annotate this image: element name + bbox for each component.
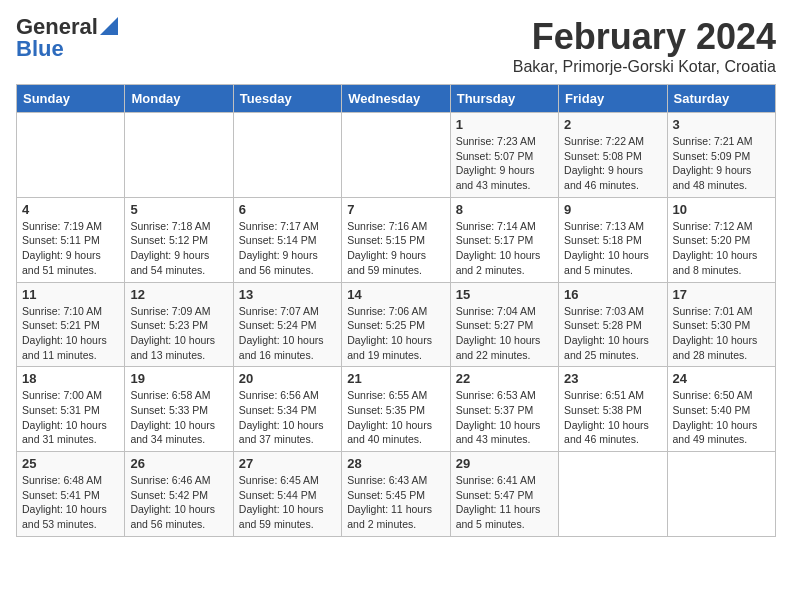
calendar-cell: 9Sunrise: 7:13 AMSunset: 5:18 PMDaylight… <box>559 197 667 282</box>
calendar-cell: 20Sunrise: 6:56 AMSunset: 5:34 PMDayligh… <box>233 367 341 452</box>
cell-day-number: 23 <box>564 371 661 386</box>
cell-day-number: 1 <box>456 117 553 132</box>
cell-info: Sunrise: 6:55 AMSunset: 5:35 PMDaylight:… <box>347 388 444 447</box>
cell-day-number: 11 <box>22 287 119 302</box>
cell-day-number: 6 <box>239 202 336 217</box>
logo-general-text: General <box>16 16 98 38</box>
cell-day-number: 17 <box>673 287 770 302</box>
calendar-table: Sunday Monday Tuesday Wednesday Thursday… <box>16 84 776 537</box>
cell-day-number: 27 <box>239 456 336 471</box>
calendar-body: 1Sunrise: 7:23 AMSunset: 5:07 PMDaylight… <box>17 113 776 537</box>
cell-day-number: 10 <box>673 202 770 217</box>
cell-day-number: 3 <box>673 117 770 132</box>
calendar-cell: 13Sunrise: 7:07 AMSunset: 5:24 PMDayligh… <box>233 282 341 367</box>
cell-info: Sunrise: 7:19 AMSunset: 5:11 PMDaylight:… <box>22 219 119 278</box>
header-friday: Friday <box>559 85 667 113</box>
cell-info: Sunrise: 7:22 AMSunset: 5:08 PMDaylight:… <box>564 134 661 193</box>
cell-info: Sunrise: 6:53 AMSunset: 5:37 PMDaylight:… <box>456 388 553 447</box>
page-header: General Blue February 2024 Bakar, Primor… <box>16 16 776 76</box>
calendar-cell: 8Sunrise: 7:14 AMSunset: 5:17 PMDaylight… <box>450 197 558 282</box>
calendar-cell: 19Sunrise: 6:58 AMSunset: 5:33 PMDayligh… <box>125 367 233 452</box>
calendar-cell: 17Sunrise: 7:01 AMSunset: 5:30 PMDayligh… <box>667 282 775 367</box>
title-area: February 2024 Bakar, Primorje-Gorski Kot… <box>513 16 776 76</box>
calendar-cell: 27Sunrise: 6:45 AMSunset: 5:44 PMDayligh… <box>233 452 341 537</box>
calendar-cell: 25Sunrise: 6:48 AMSunset: 5:41 PMDayligh… <box>17 452 125 537</box>
cell-info: Sunrise: 6:43 AMSunset: 5:45 PMDaylight:… <box>347 473 444 532</box>
cell-day-number: 22 <box>456 371 553 386</box>
cell-info: Sunrise: 6:50 AMSunset: 5:40 PMDaylight:… <box>673 388 770 447</box>
cell-day-number: 26 <box>130 456 227 471</box>
calendar-cell: 22Sunrise: 6:53 AMSunset: 5:37 PMDayligh… <box>450 367 558 452</box>
calendar-cell: 3Sunrise: 7:21 AMSunset: 5:09 PMDaylight… <box>667 113 775 198</box>
cell-day-number: 9 <box>564 202 661 217</box>
cell-info: Sunrise: 7:09 AMSunset: 5:23 PMDaylight:… <box>130 304 227 363</box>
calendar-cell <box>559 452 667 537</box>
cell-day-number: 14 <box>347 287 444 302</box>
cell-info: Sunrise: 6:48 AMSunset: 5:41 PMDaylight:… <box>22 473 119 532</box>
cell-day-number: 5 <box>130 202 227 217</box>
cell-day-number: 29 <box>456 456 553 471</box>
cell-day-number: 28 <box>347 456 444 471</box>
calendar-cell: 28Sunrise: 6:43 AMSunset: 5:45 PMDayligh… <box>342 452 450 537</box>
cell-info: Sunrise: 7:06 AMSunset: 5:25 PMDaylight:… <box>347 304 444 363</box>
calendar-week-4: 18Sunrise: 7:00 AMSunset: 5:31 PMDayligh… <box>17 367 776 452</box>
calendar-cell: 24Sunrise: 6:50 AMSunset: 5:40 PMDayligh… <box>667 367 775 452</box>
month-title: February 2024 <box>513 16 776 58</box>
calendar-week-5: 25Sunrise: 6:48 AMSunset: 5:41 PMDayligh… <box>17 452 776 537</box>
cell-day-number: 20 <box>239 371 336 386</box>
cell-info: Sunrise: 7:01 AMSunset: 5:30 PMDaylight:… <box>673 304 770 363</box>
cell-day-number: 4 <box>22 202 119 217</box>
logo: General Blue <box>16 16 118 60</box>
cell-day-number: 8 <box>456 202 553 217</box>
cell-day-number: 21 <box>347 371 444 386</box>
cell-info: Sunrise: 6:58 AMSunset: 5:33 PMDaylight:… <box>130 388 227 447</box>
calendar-week-1: 1Sunrise: 7:23 AMSunset: 5:07 PMDaylight… <box>17 113 776 198</box>
header-wednesday: Wednesday <box>342 85 450 113</box>
cell-info: Sunrise: 7:04 AMSunset: 5:27 PMDaylight:… <box>456 304 553 363</box>
cell-info: Sunrise: 7:18 AMSunset: 5:12 PMDaylight:… <box>130 219 227 278</box>
cell-info: Sunrise: 7:10 AMSunset: 5:21 PMDaylight:… <box>22 304 119 363</box>
calendar-cell <box>233 113 341 198</box>
cell-info: Sunrise: 7:14 AMSunset: 5:17 PMDaylight:… <box>456 219 553 278</box>
calendar-cell: 23Sunrise: 6:51 AMSunset: 5:38 PMDayligh… <box>559 367 667 452</box>
location-title: Bakar, Primorje-Gorski Kotar, Croatia <box>513 58 776 76</box>
cell-info: Sunrise: 6:41 AMSunset: 5:47 PMDaylight:… <box>456 473 553 532</box>
calendar-cell <box>17 113 125 198</box>
calendar-cell: 1Sunrise: 7:23 AMSunset: 5:07 PMDaylight… <box>450 113 558 198</box>
calendar-cell: 11Sunrise: 7:10 AMSunset: 5:21 PMDayligh… <box>17 282 125 367</box>
weekday-header-row: Sunday Monday Tuesday Wednesday Thursday… <box>17 85 776 113</box>
header-tuesday: Tuesday <box>233 85 341 113</box>
calendar-cell: 7Sunrise: 7:16 AMSunset: 5:15 PMDaylight… <box>342 197 450 282</box>
cell-info: Sunrise: 7:16 AMSunset: 5:15 PMDaylight:… <box>347 219 444 278</box>
cell-info: Sunrise: 7:00 AMSunset: 5:31 PMDaylight:… <box>22 388 119 447</box>
calendar-cell: 15Sunrise: 7:04 AMSunset: 5:27 PMDayligh… <box>450 282 558 367</box>
header-thursday: Thursday <box>450 85 558 113</box>
cell-info: Sunrise: 7:17 AMSunset: 5:14 PMDaylight:… <box>239 219 336 278</box>
calendar-cell: 26Sunrise: 6:46 AMSunset: 5:42 PMDayligh… <box>125 452 233 537</box>
header-saturday: Saturday <box>667 85 775 113</box>
calendar-cell: 4Sunrise: 7:19 AMSunset: 5:11 PMDaylight… <box>17 197 125 282</box>
cell-day-number: 18 <box>22 371 119 386</box>
cell-info: Sunrise: 6:46 AMSunset: 5:42 PMDaylight:… <box>130 473 227 532</box>
cell-day-number: 25 <box>22 456 119 471</box>
logo-blue-text: Blue <box>16 38 64 60</box>
calendar-cell: 2Sunrise: 7:22 AMSunset: 5:08 PMDaylight… <box>559 113 667 198</box>
calendar-cell: 29Sunrise: 6:41 AMSunset: 5:47 PMDayligh… <box>450 452 558 537</box>
svg-marker-0 <box>100 17 118 35</box>
logo-triangle-icon <box>100 17 118 35</box>
calendar-week-2: 4Sunrise: 7:19 AMSunset: 5:11 PMDaylight… <box>17 197 776 282</box>
calendar-cell: 16Sunrise: 7:03 AMSunset: 5:28 PMDayligh… <box>559 282 667 367</box>
cell-info: Sunrise: 7:03 AMSunset: 5:28 PMDaylight:… <box>564 304 661 363</box>
cell-day-number: 15 <box>456 287 553 302</box>
cell-day-number: 16 <box>564 287 661 302</box>
calendar-week-3: 11Sunrise: 7:10 AMSunset: 5:21 PMDayligh… <box>17 282 776 367</box>
calendar-cell: 18Sunrise: 7:00 AMSunset: 5:31 PMDayligh… <box>17 367 125 452</box>
cell-day-number: 12 <box>130 287 227 302</box>
calendar-cell: 14Sunrise: 7:06 AMSunset: 5:25 PMDayligh… <box>342 282 450 367</box>
header-sunday: Sunday <box>17 85 125 113</box>
calendar-cell: 5Sunrise: 7:18 AMSunset: 5:12 PMDaylight… <box>125 197 233 282</box>
cell-day-number: 19 <box>130 371 227 386</box>
cell-day-number: 7 <box>347 202 444 217</box>
calendar-cell: 6Sunrise: 7:17 AMSunset: 5:14 PMDaylight… <box>233 197 341 282</box>
cell-info: Sunrise: 7:07 AMSunset: 5:24 PMDaylight:… <box>239 304 336 363</box>
